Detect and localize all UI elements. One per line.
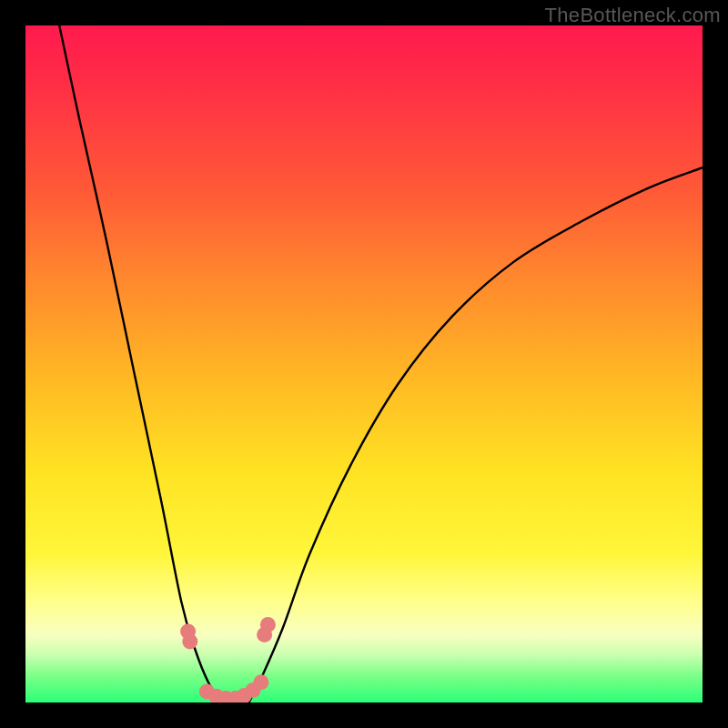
chart-plot-area [25, 25, 703, 703]
bottom-dots-group [180, 617, 276, 703]
marker-dot [182, 634, 197, 650]
chart-svg [25, 25, 703, 703]
right-curve [249, 167, 703, 703]
marker-dot [260, 617, 276, 632]
marker-dot [253, 674, 268, 690]
left-curve [59, 25, 222, 703]
chart-frame: TheBottleneck.com [0, 0, 728, 728]
watermark-text: TheBottleneck.com [545, 4, 721, 27]
